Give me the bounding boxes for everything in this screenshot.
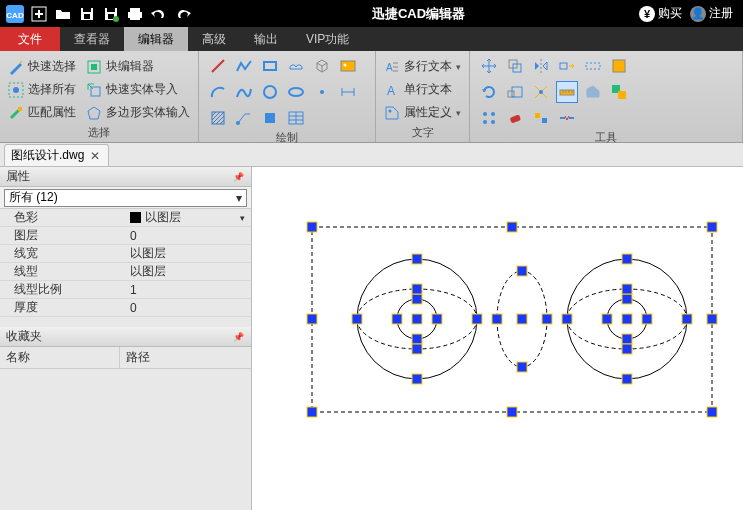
svg-rect-78 xyxy=(412,284,422,294)
tab-vip[interactable]: VIP功能 xyxy=(292,27,363,51)
pin-icon[interactable]: 📌 xyxy=(231,170,245,184)
arc-icon[interactable] xyxy=(207,81,229,103)
open-icon[interactable] xyxy=(52,3,74,25)
buy-button[interactable]: ¥购买 xyxy=(639,5,682,22)
tab-output[interactable]: 输出 xyxy=(240,27,292,51)
user-icon: 👤 xyxy=(690,6,706,22)
hatch-icon[interactable] xyxy=(207,107,229,129)
new-icon[interactable] xyxy=(28,3,50,25)
tools-group-label: 工具 xyxy=(478,129,734,145)
close-tab-icon[interactable]: ✕ xyxy=(88,149,102,163)
pin-icon[interactable]: 📌 xyxy=(231,330,245,344)
svg-text:A: A xyxy=(387,84,395,98)
svg-rect-73 xyxy=(412,314,422,324)
dimension-icon[interactable] xyxy=(337,81,359,103)
group-icon[interactable] xyxy=(608,81,630,103)
svg-marker-38 xyxy=(543,62,547,70)
table-icon[interactable] xyxy=(285,107,307,129)
polygon-icon xyxy=(86,105,102,121)
prop-row-thickness[interactable]: 厚度0 xyxy=(0,299,251,317)
svg-point-34 xyxy=(389,109,392,112)
prop-row-lineweight[interactable]: 线宽以图层 xyxy=(0,245,251,263)
offset-icon[interactable] xyxy=(608,55,630,77)
stext-button[interactable]: A单行文本 xyxy=(384,81,452,98)
svg-rect-41 xyxy=(613,60,625,72)
doc-tab-label: 图纸设计.dwg xyxy=(11,147,84,164)
prop-row-ltscale[interactable]: 线型比例1 xyxy=(0,281,251,299)
entity-selector[interactable]: 所有 (12) xyxy=(4,189,247,207)
quick-select-button[interactable]: 快速选择 xyxy=(8,58,76,75)
tab-editor[interactable]: 编辑器 xyxy=(124,27,188,51)
svg-rect-40 xyxy=(586,63,600,69)
svg-rect-81 xyxy=(517,266,527,276)
svg-rect-98 xyxy=(622,284,632,294)
ellipse-icon[interactable] xyxy=(285,81,307,103)
svg-point-24 xyxy=(344,64,347,67)
mtext-button[interactable]: A多行文本▾ xyxy=(384,58,461,75)
svg-rect-91 xyxy=(562,314,572,324)
move-icon[interactable] xyxy=(478,55,500,77)
svg-point-27 xyxy=(320,90,324,94)
svg-point-45 xyxy=(539,90,543,94)
tab-file[interactable]: 文件 xyxy=(0,27,60,51)
save-icon[interactable] xyxy=(76,3,98,25)
print-icon[interactable] xyxy=(124,3,146,25)
scale-icon[interactable] xyxy=(504,81,526,103)
prop-row-linetype[interactable]: 线型以图层 xyxy=(0,263,251,281)
trim-icon[interactable] xyxy=(582,55,604,77)
propdef-button[interactable]: 属性定义▾ xyxy=(384,104,461,121)
svg-rect-62 xyxy=(707,314,717,324)
stext-icon: A xyxy=(384,82,400,98)
prop-row-layer[interactable]: 图层0 xyxy=(0,227,251,245)
select-all-button[interactable]: 选择所有 xyxy=(8,81,76,98)
tab-viewer[interactable]: 查看器 xyxy=(60,27,124,51)
polyline-icon[interactable] xyxy=(233,55,255,77)
spline-icon[interactable] xyxy=(233,81,255,103)
circle-icon[interactable] xyxy=(259,81,281,103)
import-icon xyxy=(86,82,102,98)
redo-icon[interactable] xyxy=(172,3,194,25)
svg-point-26 xyxy=(289,88,303,96)
area-icon[interactable] xyxy=(582,81,604,103)
cloud-icon[interactable] xyxy=(285,55,307,77)
prop-row-color[interactable]: 色彩 以图层▾ xyxy=(0,209,251,227)
svg-rect-11 xyxy=(130,8,140,12)
image-icon[interactable] xyxy=(337,55,359,77)
svg-rect-96 xyxy=(622,294,632,304)
align-icon[interactable] xyxy=(530,107,552,129)
quick-entity-import-button[interactable]: 快速实体导入 xyxy=(86,81,178,98)
block-editor-button[interactable]: 块编辑器 xyxy=(86,58,154,75)
register-button[interactable]: 👤注册 xyxy=(690,5,733,22)
drawing-canvas[interactable] xyxy=(252,167,743,510)
svg-point-53 xyxy=(491,120,495,124)
rect-icon[interactable] xyxy=(259,55,281,77)
app-icon[interactable]: CAD xyxy=(4,3,26,25)
line-icon[interactable] xyxy=(207,55,229,77)
polygon-entity-input-button[interactable]: 多边形实体输入 xyxy=(86,104,190,121)
erase-icon[interactable] xyxy=(504,107,526,129)
mirror-icon[interactable] xyxy=(530,55,552,77)
break-icon[interactable] xyxy=(556,107,578,129)
app-title: 迅捷CAD编辑器 xyxy=(198,5,639,23)
copy-icon[interactable] xyxy=(504,55,526,77)
point-icon[interactable] xyxy=(311,81,333,103)
svg-rect-7 xyxy=(107,8,115,12)
saveas-icon[interactable] xyxy=(100,3,122,25)
insert-block-icon[interactable] xyxy=(259,107,281,129)
tab-advanced[interactable]: 高级 xyxy=(188,27,240,51)
explode-icon[interactable] xyxy=(530,81,552,103)
match-props-button[interactable]: 匹配属性 xyxy=(8,104,76,121)
3dbox-icon[interactable] xyxy=(311,55,333,77)
fav-columns: 名称 路径 xyxy=(0,347,251,369)
undo-icon[interactable] xyxy=(148,3,170,25)
array-icon[interactable] xyxy=(478,107,500,129)
svg-marker-37 xyxy=(535,62,539,70)
leader-icon[interactable] xyxy=(233,107,255,129)
stretch-icon[interactable] xyxy=(556,55,578,77)
document-tab[interactable]: 图纸设计.dwg ✕ xyxy=(4,144,109,166)
svg-point-29 xyxy=(236,121,240,125)
measure-icon[interactable] xyxy=(556,81,578,103)
rotate-icon[interactable] xyxy=(478,81,500,103)
mtext-icon: A xyxy=(384,59,400,75)
svg-point-25 xyxy=(264,86,276,98)
